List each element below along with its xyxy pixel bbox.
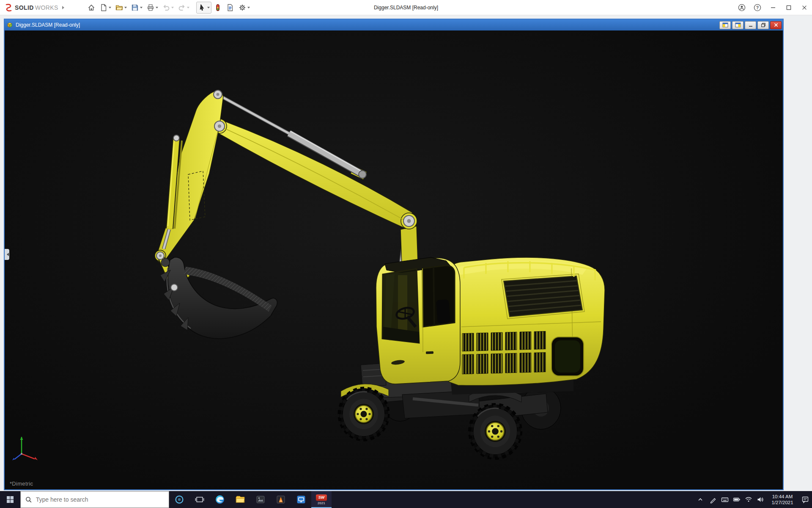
pane-left-icon bbox=[722, 22, 728, 28]
doc-minimize-button[interactable] bbox=[745, 21, 756, 29]
edge-icon bbox=[215, 494, 225, 505]
search-input[interactable] bbox=[36, 496, 164, 503]
excavator-body[interactable] bbox=[448, 257, 605, 395]
maximize-button[interactable] bbox=[781, 0, 796, 15]
orientation-triad[interactable] bbox=[12, 437, 38, 461]
touch-keyboard-button[interactable] bbox=[719, 491, 731, 508]
taskbar-clock[interactable]: 10:44 AM 1/27/2021 bbox=[766, 491, 798, 508]
start-button[interactable] bbox=[0, 491, 20, 508]
home-icon bbox=[87, 3, 96, 12]
rebuild-icon bbox=[214, 3, 222, 12]
network-tray-button[interactable] bbox=[743, 491, 754, 508]
volume-icon bbox=[757, 496, 764, 503]
collapse-arrow-icon bbox=[5, 253, 9, 256]
open-button[interactable] bbox=[113, 2, 129, 14]
cortana-button[interactable] bbox=[169, 491, 189, 508]
undo-button[interactable] bbox=[160, 2, 176, 14]
close-button[interactable] bbox=[796, 0, 812, 15]
graphics-viewport[interactable]: *Dimetric bbox=[5, 30, 783, 489]
door-handle bbox=[426, 351, 433, 354]
new-document-icon bbox=[99, 3, 108, 12]
wheel-front-left[interactable] bbox=[339, 388, 388, 440]
display-app-button[interactable] bbox=[291, 491, 311, 508]
battery-tray-button[interactable] bbox=[731, 491, 743, 508]
edge-button[interactable] bbox=[210, 491, 230, 508]
select-tool-button[interactable] bbox=[196, 2, 211, 14]
app-window-controls: ? bbox=[734, 0, 812, 15]
document-titlebar[interactable]: Digger.SLDASM [Read-only] bbox=[5, 19, 783, 30]
select-tool-dropdown[interactable] bbox=[207, 7, 210, 10]
display-app-icon bbox=[296, 494, 306, 505]
minimize-button[interactable] bbox=[765, 0, 781, 15]
file-explorer-icon bbox=[235, 494, 245, 505]
app-titlebar[interactable]: SOLIDWORKS bbox=[0, 0, 812, 15]
cab-windshield bbox=[382, 269, 419, 343]
print-dropdown[interactable] bbox=[156, 7, 158, 10]
file-properties-button[interactable] bbox=[224, 2, 236, 14]
rebuild-button[interactable] bbox=[212, 2, 224, 14]
file-properties-icon bbox=[226, 3, 234, 12]
quick-access-toolbar bbox=[85, 2, 252, 14]
pen-tray-button[interactable] bbox=[707, 491, 719, 508]
media-player-button[interactable] bbox=[271, 491, 291, 508]
print-icon bbox=[146, 3, 155, 12]
doc-close-icon bbox=[774, 22, 779, 28]
save-dropdown[interactable] bbox=[140, 7, 143, 10]
doc-minimize-icon bbox=[748, 22, 753, 28]
pane-left-button[interactable] bbox=[719, 21, 731, 29]
redo-dropdown[interactable] bbox=[187, 7, 189, 10]
excavator-stick[interactable] bbox=[155, 91, 223, 262]
redo-button[interactable] bbox=[176, 2, 191, 14]
help-button[interactable]: ? bbox=[749, 0, 765, 15]
clock-date: 1/27/2021 bbox=[771, 500, 793, 505]
chevron-up-icon bbox=[697, 496, 704, 503]
search-icon bbox=[25, 496, 32, 503]
solidworks-icon-year: 2021 bbox=[318, 501, 325, 505]
minimize-icon bbox=[770, 4, 776, 11]
doc-restore-icon bbox=[761, 22, 766, 28]
undo-dropdown[interactable] bbox=[171, 7, 174, 10]
undo-icon bbox=[162, 3, 170, 12]
options-dropdown[interactable] bbox=[247, 7, 250, 10]
new-document-button[interactable] bbox=[98, 2, 113, 14]
solidworks-app-icon: SW 2021 bbox=[316, 494, 327, 505]
document-window: Digger.SLDASM [Read-only] bbox=[4, 19, 784, 490]
clock-time: 10:44 AM bbox=[772, 494, 793, 500]
pane-right-icon bbox=[735, 22, 741, 28]
open-dropdown[interactable] bbox=[124, 7, 127, 10]
new-document-dropdown[interactable] bbox=[109, 7, 111, 10]
volume-tray-button[interactable] bbox=[754, 491, 766, 508]
battery-icon bbox=[733, 496, 741, 503]
taskbar-search[interactable] bbox=[20, 491, 169, 508]
excavator-boom[interactable] bbox=[212, 119, 417, 229]
model-canvas[interactable] bbox=[5, 30, 783, 489]
menu-expand-icon[interactable] bbox=[62, 6, 66, 9]
pane-right-button[interactable] bbox=[732, 21, 743, 29]
photos-button[interactable] bbox=[250, 491, 271, 508]
wheel-rear-left[interactable] bbox=[470, 405, 521, 458]
action-center-button[interactable] bbox=[798, 491, 812, 508]
task-view-button[interactable] bbox=[189, 491, 210, 508]
cab-side-window bbox=[422, 265, 455, 327]
brand-works: WORKS bbox=[35, 4, 58, 11]
excavator-bucket[interactable] bbox=[160, 257, 277, 339]
excavator-cab[interactable] bbox=[341, 257, 460, 397]
solidworks-icon-letters: SW bbox=[318, 495, 325, 500]
doc-restore-button[interactable] bbox=[757, 21, 769, 29]
cortana-icon bbox=[174, 494, 184, 505]
save-icon bbox=[131, 3, 139, 12]
hidden-icons-button[interactable] bbox=[694, 491, 707, 508]
home-button[interactable] bbox=[85, 2, 97, 14]
print-button[interactable] bbox=[145, 2, 160, 14]
file-explorer-button[interactable] bbox=[230, 491, 250, 508]
excavator-model[interactable] bbox=[155, 90, 605, 458]
network-wifi-icon bbox=[745, 496, 752, 503]
options-button[interactable] bbox=[236, 2, 252, 14]
solidworks-taskbar-button[interactable]: SW 2021 bbox=[311, 491, 332, 508]
save-button[interactable] bbox=[129, 2, 144, 14]
photos-icon bbox=[255, 494, 266, 505]
doc-close-button[interactable] bbox=[770, 21, 782, 29]
account-button[interactable] bbox=[734, 0, 749, 15]
featuremanager-flyout-tab[interactable] bbox=[5, 249, 9, 260]
system-tray: 10:44 AM 1/27/2021 bbox=[694, 491, 812, 508]
